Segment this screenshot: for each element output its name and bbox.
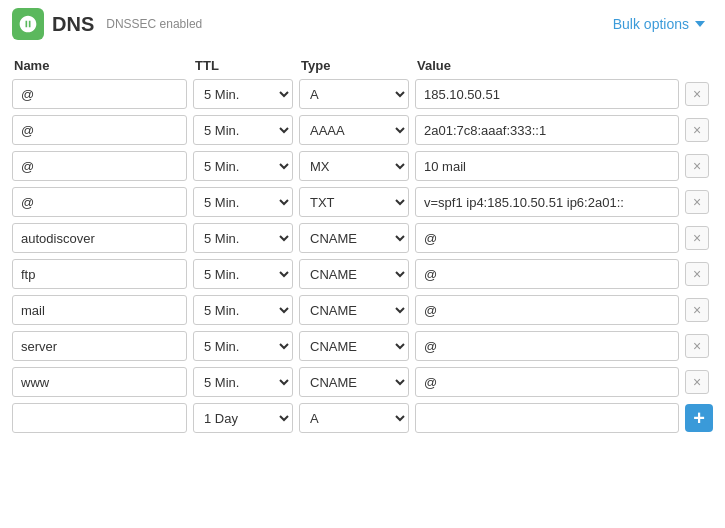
page-title: DNS — [52, 13, 94, 36]
name-input[interactable] — [12, 367, 187, 397]
bulk-options-label: Bulk options — [613, 16, 689, 32]
type-select[interactable]: AAAAACNAMEMXTXTNSSOASRVCAA — [299, 187, 409, 217]
table-row: 5 Min.1 Min.15 Min.30 Min.1 Hour6 Hours1… — [12, 259, 713, 289]
name-input[interactable] — [12, 115, 187, 145]
ttl-select[interactable]: 5 Min.1 Min.15 Min.30 Min.1 Hour6 Hours1… — [193, 115, 293, 145]
value-input[interactable] — [415, 187, 679, 217]
type-select[interactable]: AAAAACNAMEMXTXTNSSOASRVCAA — [299, 295, 409, 325]
name-input[interactable] — [12, 403, 187, 433]
ttl-select[interactable]: 5 Min.1 Min.15 Min.30 Min.1 Hour6 Hours1… — [193, 151, 293, 181]
value-input[interactable] — [415, 331, 679, 361]
add-record-button[interactable]: + — [685, 404, 713, 432]
name-input[interactable] — [12, 223, 187, 253]
type-select[interactable]: AAAAACNAMEMXTXTNSSOASRVCAA — [299, 151, 409, 181]
table-row: 5 Min.1 Min.15 Min.30 Min.1 Hour6 Hours1… — [12, 367, 713, 397]
value-input[interactable] — [415, 403, 679, 433]
delete-record-button[interactable]: × — [685, 226, 709, 250]
chevron-down-icon — [695, 21, 705, 27]
ttl-select[interactable]: 5 Min.1 Min.15 Min.30 Min.1 Hour6 Hours1… — [193, 295, 293, 325]
delete-record-button[interactable]: × — [685, 334, 709, 358]
type-select[interactable]: AAAAACNAMEMXTXTNSSOASRVCAA — [299, 115, 409, 145]
value-input[interactable] — [415, 151, 679, 181]
dnssec-status: DNSSEC enabled — [106, 17, 202, 31]
name-input[interactable] — [12, 151, 187, 181]
table-row: 5 Min.1 Min.15 Min.30 Min.1 Hour6 Hours1… — [12, 79, 713, 109]
table-row: 5 Min.1 Min.15 Min.30 Min.1 Hour6 Hours1… — [12, 223, 713, 253]
delete-record-button[interactable]: × — [685, 298, 709, 322]
name-input[interactable] — [12, 79, 187, 109]
delete-record-button[interactable]: × — [685, 190, 709, 214]
ttl-select[interactable]: 5 Min.1 Min.15 Min.30 Min.1 Hour6 Hours1… — [193, 403, 293, 433]
ttl-select[interactable]: 5 Min.1 Min.15 Min.30 Min.1 Hour6 Hours1… — [193, 331, 293, 361]
dns-icon — [12, 8, 44, 40]
type-select[interactable]: AAAAACNAMEMXTXTNSSOASRVCAA — [299, 223, 409, 253]
type-select[interactable]: AAAAACNAMEMXTXTNSSOASRVCAA — [299, 367, 409, 397]
name-input[interactable] — [12, 331, 187, 361]
col-header-value: Value — [417, 58, 677, 73]
type-select[interactable]: AAAAACNAMEMXTXTNSSOASRVCAA — [299, 403, 409, 433]
name-input[interactable] — [12, 259, 187, 289]
value-input[interactable] — [415, 367, 679, 397]
table-row: 5 Min.1 Min.15 Min.30 Min.1 Hour6 Hours1… — [12, 403, 713, 433]
col-header-ttl: TTL — [195, 58, 295, 73]
type-select[interactable]: AAAAACNAMEMXTXTNSSOASRVCAA — [299, 259, 409, 289]
col-header-name: Name — [14, 58, 189, 73]
name-input[interactable] — [12, 295, 187, 325]
type-select[interactable]: AAAAACNAMEMXTXTNSSOASRVCAA — [299, 331, 409, 361]
delete-record-button[interactable]: × — [685, 82, 709, 106]
value-input[interactable] — [415, 223, 679, 253]
ttl-select[interactable]: 5 Min.1 Min.15 Min.30 Min.1 Hour6 Hours1… — [193, 367, 293, 397]
column-headers: Name TTL Type Value — [12, 58, 713, 73]
table-row: 5 Min.1 Min.15 Min.30 Min.1 Hour6 Hours1… — [12, 115, 713, 145]
header-left: DNS DNSSEC enabled — [12, 8, 202, 40]
ttl-select[interactable]: 5 Min.1 Min.15 Min.30 Min.1 Hour6 Hours1… — [193, 223, 293, 253]
table-row: 5 Min.1 Min.15 Min.30 Min.1 Hour6 Hours1… — [12, 295, 713, 325]
ttl-select[interactable]: 5 Min.1 Min.15 Min.30 Min.1 Hour6 Hours1… — [193, 187, 293, 217]
page-header: DNS DNSSEC enabled Bulk options — [12, 8, 713, 44]
type-select[interactable]: AAAAACNAMEMXTXTNSSOASRVCAA — [299, 79, 409, 109]
col-header-type: Type — [301, 58, 411, 73]
value-input[interactable] — [415, 295, 679, 325]
name-input[interactable] — [12, 187, 187, 217]
dns-records-list: 5 Min.1 Min.15 Min.30 Min.1 Hour6 Hours1… — [12, 79, 713, 433]
ttl-select[interactable]: 5 Min.1 Min.15 Min.30 Min.1 Hour6 Hours1… — [193, 259, 293, 289]
table-row: 5 Min.1 Min.15 Min.30 Min.1 Hour6 Hours1… — [12, 151, 713, 181]
table-row: 5 Min.1 Min.15 Min.30 Min.1 Hour6 Hours1… — [12, 331, 713, 361]
delete-record-button[interactable]: × — [685, 370, 709, 394]
delete-record-button[interactable]: × — [685, 118, 709, 142]
value-input[interactable] — [415, 115, 679, 145]
ttl-select[interactable]: 5 Min.1 Min.15 Min.30 Min.1 Hour6 Hours1… — [193, 79, 293, 109]
delete-record-button[interactable]: × — [685, 262, 709, 286]
value-input[interactable] — [415, 259, 679, 289]
delete-record-button[interactable]: × — [685, 154, 709, 178]
value-input[interactable] — [415, 79, 679, 109]
table-row: 5 Min.1 Min.15 Min.30 Min.1 Hour6 Hours1… — [12, 187, 713, 217]
bulk-options-button[interactable]: Bulk options — [605, 12, 713, 36]
